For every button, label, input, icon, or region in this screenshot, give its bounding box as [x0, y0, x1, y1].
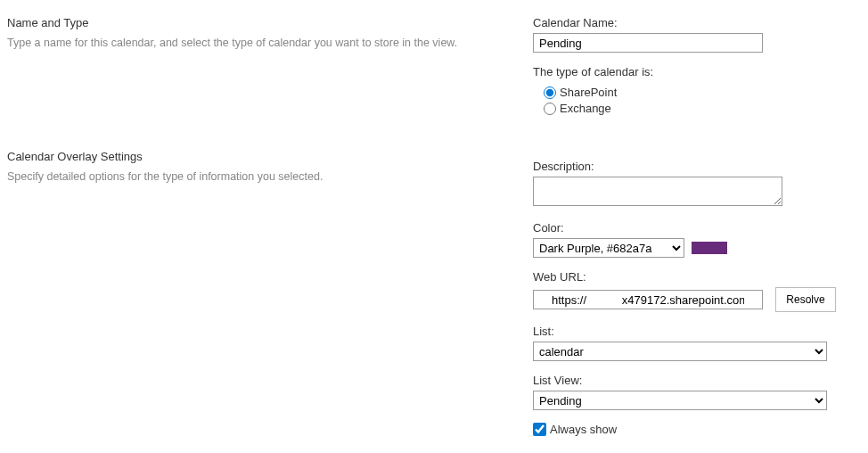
description-input[interactable]	[533, 177, 782, 206]
calendar-type-field: The type of calendar is: SharePoint Exch…	[533, 65, 863, 115]
description-field: Description:	[533, 160, 863, 209]
radio-exchange[interactable]	[544, 103, 556, 115]
web-url-field: Web URL: Resolve	[533, 270, 863, 312]
section-heading: Calendar Overlay Settings	[7, 150, 515, 163]
calendar-type-label: The type of calendar is:	[533, 65, 863, 78]
section-overlay-settings: Calendar Overlay Settings Specify detail…	[7, 150, 515, 185]
description-label: Description:	[533, 160, 863, 173]
section-name-type: Name and Type Type a name for this calen…	[7, 16, 515, 52]
radio-sharepoint[interactable]	[544, 86, 556, 99]
always-show-label: Always show	[550, 423, 617, 436]
calendar-name-label: Calendar Name:	[533, 16, 863, 29]
section-heading: Name and Type	[7, 16, 515, 29]
list-label: List:	[533, 325, 863, 338]
list-view-field: List View: Pending	[533, 374, 863, 410]
always-show-checkbox[interactable]	[533, 423, 546, 436]
color-select[interactable]: Dark Purple, #682a7a	[533, 238, 684, 258]
radio-exchange-label: Exchange	[560, 102, 611, 115]
list-select[interactable]: calendar	[533, 342, 827, 361]
list-view-label: List View:	[533, 374, 863, 387]
calendar-name-input[interactable]	[533, 33, 763, 53]
color-swatch	[692, 242, 727, 254]
color-label: Color:	[533, 221, 863, 235]
section-desc: Type a name for this calendar, and selec…	[7, 35, 515, 52]
radio-sharepoint-label: SharePoint	[560, 86, 617, 99]
section-desc: Specify detailed options for the type of…	[7, 169, 515, 185]
color-field: Color: Dark Purple, #682a7a	[533, 221, 863, 258]
web-url-label: Web URL:	[533, 270, 863, 284]
list-field: List: calendar	[533, 325, 863, 361]
list-view-select[interactable]: Pending	[533, 391, 827, 410]
calendar-name-field: Calendar Name:	[533, 16, 863, 53]
web-url-input[interactable]	[533, 290, 763, 309]
always-show-row: Always show	[533, 423, 863, 436]
resolve-button[interactable]: Resolve	[775, 287, 836, 312]
